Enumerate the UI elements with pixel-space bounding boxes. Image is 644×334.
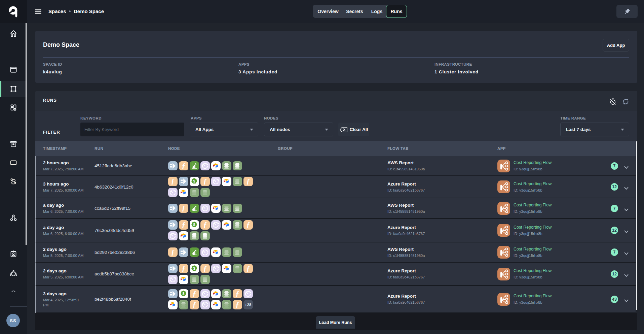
svg-text:$: $ <box>193 223 195 227</box>
svg-text:$: $ <box>193 179 195 183</box>
svg-text:$: $ <box>183 292 185 296</box>
svg-text:$: $ <box>193 266 195 270</box>
